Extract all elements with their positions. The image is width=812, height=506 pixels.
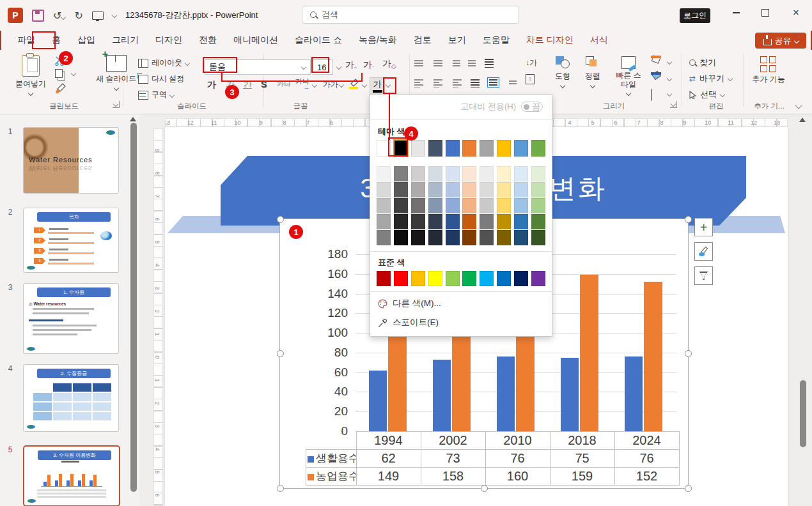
thumb-scroll-up-icon[interactable]	[130, 117, 136, 121]
standard-color-swatch[interactable]	[480, 271, 494, 286]
font-size-dropdown[interactable]	[336, 65, 341, 70]
theme-variant-swatch[interactable]	[394, 214, 408, 229]
theme-variant-swatch[interactable]	[446, 198, 460, 213]
theme-variant-swatch[interactable]	[411, 198, 425, 213]
theme-variant-swatch[interactable]	[514, 182, 528, 197]
save-icon[interactable]	[32, 10, 44, 22]
selection-handle[interactable]	[277, 485, 284, 492]
search-input[interactable]: 검색	[302, 6, 519, 24]
slide-thumbnail-3[interactable]: 1. 수자원◎ Water resources	[23, 283, 119, 354]
start-slideshow-icon[interactable]	[92, 12, 104, 20]
columns-icon[interactable]	[509, 80, 517, 84]
theme-variant-swatch[interactable]	[497, 182, 511, 197]
tab-삽입[interactable]: 삽입	[69, 31, 104, 50]
tab-검토[interactable]: 검토	[405, 31, 440, 50]
chart-elements-button[interactable]: +	[694, 218, 713, 236]
selection-handle[interactable]	[685, 350, 692, 357]
replace-button[interactable]: ⇄바꾸기	[689, 73, 732, 84]
tab-슬라이드 쇼[interactable]: 슬라이드 쇼	[286, 31, 350, 50]
shape-effects-button[interactable]	[651, 89, 652, 101]
tab-애니메이션[interactable]: 애니메이션	[225, 31, 286, 50]
collapse-ribbon-button[interactable]	[795, 102, 802, 109]
thumbnail-scrollbar[interactable]	[130, 123, 137, 492]
theme-variant-swatch[interactable]	[514, 166, 528, 181]
theme-variant-swatch[interactable]	[531, 230, 545, 245]
distribute-text-icon[interactable]	[487, 77, 499, 88]
align-right-icon[interactable]	[453, 79, 462, 88]
redo-button[interactable]: ↻	[74, 10, 82, 22]
selection-handle[interactable]	[277, 350, 284, 357]
arrange-button[interactable]: 정렬	[585, 56, 600, 88]
theme-variant-swatch[interactable]	[394, 198, 408, 213]
tab-녹음/녹화[interactable]: 녹음/녹화	[350, 31, 405, 50]
quick-access-customize-icon[interactable]	[112, 13, 117, 18]
minimize-button[interactable]	[721, 0, 751, 26]
theme-variant-swatch[interactable]	[394, 230, 408, 245]
slide-thumbnail-1[interactable]: Water ResourcesWater Resources	[23, 127, 119, 194]
chart-style-button[interactable]	[694, 242, 713, 261]
bold-button[interactable]: 가	[207, 79, 216, 91]
layout-button[interactable]: 레이아웃	[138, 57, 189, 68]
increase-indent-icon[interactable]	[468, 60, 476, 66]
theme-variant-swatch[interactable]	[531, 182, 545, 197]
tab-그리기[interactable]: 그리기	[104, 31, 147, 50]
theme-color-swatch[interactable]	[428, 140, 442, 157]
theme-variant-swatch[interactable]	[480, 166, 494, 181]
standard-color-swatch[interactable]	[462, 271, 476, 286]
theme-variant-swatch[interactable]	[411, 166, 425, 181]
theme-variant-swatch[interactable]	[514, 214, 528, 229]
section-button[interactable]: 구역	[138, 89, 174, 100]
addins-button[interactable]: 추가 기능	[752, 56, 785, 84]
copy-dropdown[interactable]	[71, 71, 76, 76]
theme-color-swatch[interactable]	[531, 140, 545, 157]
reset-button[interactable]: 다시 설정	[138, 73, 184, 84]
shape-fill-dropdown[interactable]	[667, 59, 672, 65]
align-text-icon[interactable]: ↕	[526, 74, 535, 84]
clear-formatting-button[interactable]: 가◇	[382, 58, 396, 70]
tab-보기[interactable]: 보기	[440, 31, 474, 50]
more-colors-item[interactable]: 다른 색(M)...	[370, 295, 552, 312]
theme-variant-swatch[interactable]	[411, 214, 425, 229]
theme-variant-swatch[interactable]	[428, 182, 442, 197]
decrease-font-button[interactable]: 가ˇ	[363, 59, 374, 71]
theme-variant-swatch[interactable]	[428, 214, 442, 229]
theme-color-swatch[interactable]	[411, 140, 425, 157]
theme-variant-swatch[interactable]	[446, 182, 460, 197]
standard-color-swatch[interactable]	[428, 271, 442, 286]
theme-variant-swatch[interactable]	[377, 230, 391, 245]
theme-variant-swatch[interactable]	[462, 198, 476, 213]
selection-handle[interactable]	[685, 216, 692, 223]
maximize-button[interactable]	[751, 0, 780, 26]
standard-color-swatch[interactable]	[411, 271, 425, 286]
theme-variant-swatch[interactable]	[497, 166, 511, 181]
shapes-button[interactable]: 도형	[555, 56, 570, 88]
theme-variant-swatch[interactable]	[377, 182, 391, 197]
drawing-dialog-launcher[interactable]	[670, 101, 677, 108]
text-direction-icon[interactable]: ↓가	[526, 57, 537, 68]
theme-color-swatch[interactable]	[514, 140, 528, 157]
share-button[interactable]: 공유	[755, 33, 806, 49]
theme-variant-swatch[interactable]	[480, 230, 494, 245]
new-slide-button[interactable]: 새 슬라이드	[96, 55, 136, 90]
theme-variant-swatch[interactable]	[377, 166, 391, 181]
theme-variant-swatch[interactable]	[531, 198, 545, 213]
bullets-icon[interactable]	[414, 60, 423, 66]
theme-variant-swatch[interactable]	[462, 166, 476, 181]
char-spacing-dropdown[interactable]	[312, 82, 317, 88]
chart-filter-button[interactable]	[694, 266, 713, 285]
theme-variant-swatch[interactable]	[394, 166, 408, 181]
increase-font-button[interactable]: 가^	[345, 59, 357, 71]
numbering-icon[interactable]	[433, 60, 442, 66]
tab-전환[interactable]: 전환	[191, 31, 225, 50]
decrease-indent-icon[interactable]	[453, 60, 460, 66]
theme-variant-swatch[interactable]	[480, 182, 494, 197]
line-spacing-icon[interactable]	[485, 59, 494, 68]
theme-color-swatch[interactable]	[462, 140, 476, 157]
theme-variant-swatch[interactable]	[411, 182, 425, 197]
theme-variant-swatch[interactable]	[462, 230, 476, 245]
tab-차트 디자인[interactable]: 차트 디자인	[518, 31, 582, 50]
char-spacing-button[interactable]: 가나↔	[295, 77, 309, 89]
theme-variant-swatch[interactable]	[480, 198, 494, 213]
theme-color-swatch[interactable]	[480, 140, 494, 157]
theme-variant-swatch[interactable]	[394, 182, 408, 197]
